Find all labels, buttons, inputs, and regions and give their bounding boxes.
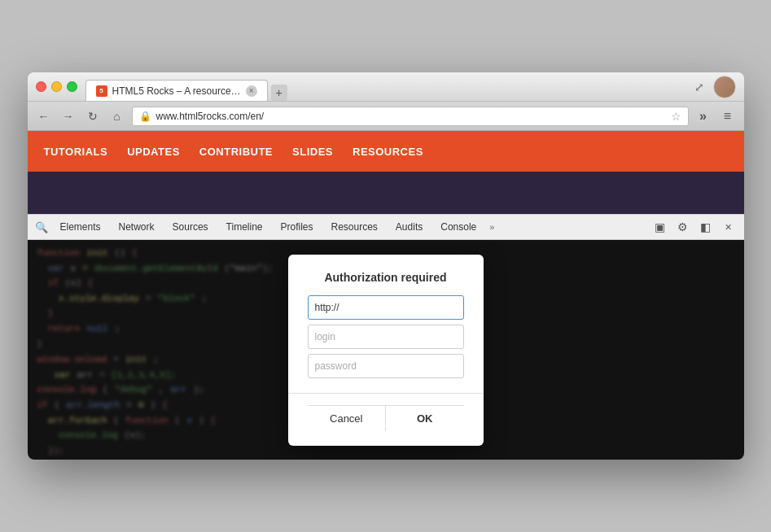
modal-ok-button[interactable]: OK [385, 405, 464, 431]
user-avatar [713, 76, 736, 98]
modal-overlay: Authorization required Cancel OK [28, 240, 744, 460]
bookmark-icon[interactable]: ☆ [671, 110, 681, 123]
site-nav-tutorials[interactable]: TUTORIALS [44, 146, 108, 158]
title-bar: 5 HTML5 Rocks – A resource… × + ⤢ [28, 72, 744, 102]
site-banner [28, 172, 744, 214]
home-button[interactable]: ⌂ [107, 107, 127, 126]
devtools-dock-icon[interactable]: ▣ [650, 216, 671, 238]
modal-title: Authorization required [308, 271, 464, 284]
expand-button[interactable]: ⤢ [690, 78, 708, 96]
modal-divider [288, 393, 484, 394]
hamburger-menu-button[interactable]: ≡ [718, 107, 738, 126]
site-nav-contribute[interactable]: CONTRIBUTE [199, 146, 273, 158]
back-button[interactable]: ← [34, 107, 54, 126]
maximize-window-button[interactable] [67, 81, 77, 92]
auth-dialog: Authorization required Cancel OK [288, 255, 484, 446]
tab-bar: 5 HTML5 Rocks – A resource… × + [85, 72, 287, 101]
devtools-tab-profiles[interactable]: Profiles [272, 218, 321, 236]
traffic-lights [36, 81, 77, 92]
new-tab-button[interactable]: + [271, 85, 287, 101]
url-text: www.html5rocks.com/en/ [156, 111, 666, 122]
site-nav-updates[interactable]: UPDATES [127, 146, 180, 158]
url-security-icon: 🔒 [139, 111, 151, 122]
more-menu-button[interactable]: » [694, 107, 713, 126]
forward-button[interactable]: → [59, 107, 78, 126]
devtools-inspect-icon[interactable]: ◧ [695, 216, 716, 238]
site-nav-slides[interactable]: SLIDES [292, 146, 333, 158]
devtools-tab-sources[interactable]: Sources [164, 218, 217, 236]
address-bar: ← → ↻ ⌂ 🔒 www.html5rocks.com/en/ ☆ » ≡ [28, 102, 744, 131]
devtools-tab-console[interactable]: Console [432, 218, 484, 236]
site-nav-bar: TUTORIALS UPDATES CONTRIBUTE SLIDES RESO… [28, 131, 744, 172]
devtools-tab-network[interactable]: Network [111, 218, 163, 236]
devtools-close-icon[interactable]: × [718, 216, 739, 238]
browser-tab[interactable]: 5 HTML5 Rocks – A resource… × [85, 80, 268, 101]
modal-password-input[interactable] [308, 354, 464, 378]
tab-favicon: 5 [96, 85, 107, 97]
devtools-content: functioninit(){ varx=document.getElement… [28, 240, 744, 460]
tab-title: HTML5 Rocks – A resource… [112, 85, 241, 97]
devtools-settings-icon[interactable]: ⚙ [672, 216, 694, 238]
modal-cancel-button[interactable]: Cancel [308, 405, 386, 431]
tab-close-button[interactable]: × [246, 85, 257, 97]
site-nav-resources[interactable]: RESOURCES [353, 146, 423, 158]
close-window-button[interactable] [36, 81, 46, 92]
refresh-button[interactable]: ↻ [83, 107, 103, 126]
modal-buttons: Cancel OK [308, 405, 464, 431]
devtools-toolbar: 🔍 Elements Network Sources Timeline Prof… [28, 214, 744, 240]
devtools-tab-timeline[interactable]: Timeline [218, 218, 271, 236]
modal-url-input[interactable] [308, 295, 464, 320]
url-bar[interactable]: 🔒 www.html5rocks.com/en/ ☆ [132, 107, 689, 126]
minimize-window-button[interactable] [51, 81, 62, 92]
devtools-more-tabs[interactable]: » [486, 222, 497, 232]
devtools-tab-elements[interactable]: Elements [52, 218, 109, 236]
devtools-search-icon[interactable]: 🔍 [33, 218, 50, 236]
devtools-tab-resources[interactable]: Resources [323, 218, 386, 236]
modal-login-input[interactable] [308, 325, 464, 349]
devtools-tab-audits[interactable]: Audits [388, 218, 431, 236]
browser-window: 5 HTML5 Rocks – A resource… × + ⤢ ← → ↻ … [28, 72, 744, 460]
